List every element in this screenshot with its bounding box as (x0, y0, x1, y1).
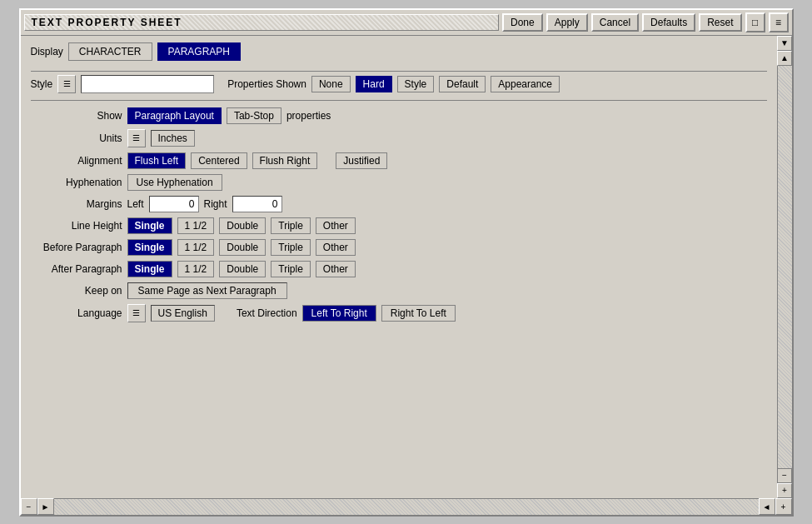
window-menu-button[interactable]: ≡ (769, 12, 789, 32)
left-arrow-icon: ► (42, 502, 50, 512)
divider-1 (31, 71, 767, 72)
lh-single-button[interactable]: Single (127, 217, 172, 234)
scroll-left-minus-button[interactable]: − (21, 498, 37, 515)
after-half-button[interactable]: 1 1/2 (177, 261, 215, 277)
content-area: Display CHARACTER PARAGRAPH Style ☰ Prop… (21, 36, 792, 498)
right-arrow-icon: ◄ (763, 502, 771, 512)
units-menu-icon: ☰ (132, 133, 140, 142)
before-paragraph-label: Before Paragraph (31, 242, 122, 253)
props-appearance-button[interactable]: Appearance (491, 76, 560, 92)
use-hyphenation-button[interactable]: Use Hyphenation (127, 174, 222, 191)
units-menu-button[interactable]: ☰ (127, 129, 146, 147)
title-bar: TEXT PROPERTY SHEET Done Apply Cancel De… (21, 10, 792, 36)
after-single-button[interactable]: Single (127, 261, 172, 277)
down-arrow-icon: ▼ (780, 38, 789, 47)
after-other-button[interactable]: Other (316, 261, 356, 277)
scroll-plus-button[interactable]: + (777, 483, 792, 498)
scroll-down-button[interactable]: ▼ (777, 36, 792, 51)
right-to-left-button[interactable]: Right To Left (381, 305, 456, 322)
lh-other-button[interactable]: Other (316, 217, 356, 234)
left-margin-input[interactable] (149, 196, 199, 212)
lh-triple-button[interactable]: Triple (271, 217, 311, 234)
props-style-button[interactable]: Style (397, 76, 435, 92)
language-value: US English (151, 305, 215, 322)
units-row: Units ☰ Inches (31, 129, 767, 147)
before-half-button[interactable]: 1 1/2 (177, 239, 215, 256)
cancel-button[interactable]: Cancel (591, 13, 639, 32)
window-title: TEXT PROPERTY SHEET (24, 14, 500, 31)
scroll-track[interactable] (778, 66, 792, 468)
after-double-button[interactable]: Double (219, 261, 266, 277)
props-default-button[interactable]: Default (439, 76, 486, 92)
right-margin-label: Right (204, 198, 227, 210)
apply-button[interactable]: Apply (546, 13, 588, 32)
done-button[interactable]: Done (502, 13, 543, 32)
panel-content: Display CHARACTER PARAGRAPH Style ☰ Prop… (21, 36, 777, 498)
keep-on-value: Same Page as Next Paragraph (127, 282, 287, 299)
after-paragraph-row: After Paragraph Single 1 1/2 Double Trip… (31, 261, 767, 277)
before-triple-button[interactable]: Triple (271, 239, 311, 256)
justified-button[interactable]: Justified (336, 152, 387, 169)
scroll-minus-button[interactable]: − (777, 468, 792, 483)
properties-shown-label: Properties Shown (227, 78, 306, 90)
props-none-button[interactable]: None (311, 76, 351, 92)
character-tab[interactable]: CHARACTER (68, 42, 152, 61)
style-label: Style (31, 78, 53, 90)
style-menu-button[interactable]: ☰ (57, 75, 76, 93)
plus-icon: + (782, 486, 787, 495)
keep-on-label: Keep on (31, 285, 122, 297)
bottom-scroll-track[interactable] (54, 499, 759, 515)
paragraph-tab[interactable]: PARAGRAPH (157, 42, 241, 61)
menu-icon: ≡ (775, 17, 781, 28)
lh-double-button[interactable]: Double (219, 217, 266, 234)
left-to-right-button[interactable]: Left To Right (302, 305, 376, 322)
units-label: Units (31, 132, 122, 144)
before-single-button[interactable]: Single (127, 239, 172, 256)
main-window: TEXT PROPERTY SHEET Done Apply Cancel De… (19, 8, 794, 517)
text-direction-label: Text Direction (237, 307, 297, 319)
line-height-label: Line Height (31, 220, 122, 232)
plus-right-icon: + (781, 502, 786, 512)
bottom-scrollbar: − ► ◄ + (21, 498, 792, 515)
minus-icon: − (782, 471, 787, 480)
defaults-button[interactable]: Defaults (642, 13, 695, 32)
scroll-right-button[interactable]: ◄ (759, 498, 775, 515)
style-row: Style ☰ Properties Shown None Hard Style… (31, 75, 767, 101)
restore-icon: □ (752, 17, 758, 28)
scroll-up-button[interactable]: ▲ (777, 51, 792, 66)
tab-stop-button[interactable]: Tab-Stop (227, 107, 281, 124)
alignment-row: Alignment Flush Left Centered Flush Righ… (31, 152, 767, 169)
before-double-button[interactable]: Double (219, 239, 266, 256)
show-row: Show Paragraph Layout Tab-Stop propertie… (31, 107, 767, 124)
reset-button[interactable]: Reset (699, 13, 741, 32)
up-arrow-icon: ▲ (780, 53, 789, 62)
before-paragraph-row: Before Paragraph Single 1 1/2 Double Tri… (31, 239, 767, 256)
flush-left-button[interactable]: Flush Left (127, 152, 187, 169)
centered-button[interactable]: Centered (191, 152, 247, 169)
display-label: Display (31, 46, 63, 57)
language-label: Language (31, 307, 122, 319)
style-input[interactable] (81, 75, 214, 93)
alignment-label: Alignment (31, 155, 122, 167)
lh-half-button[interactable]: 1 1/2 (177, 217, 215, 234)
scroll-left-button[interactable]: ► (37, 498, 54, 515)
hyphenation-row: Hyphenation Use Hyphenation (31, 174, 767, 191)
paragraph-layout-button[interactable]: Paragraph Layout (127, 107, 222, 124)
before-other-button[interactable]: Other (316, 239, 356, 256)
units-value: Inches (151, 130, 195, 147)
margins-row: Margins Left Right (31, 196, 767, 212)
language-row: Language ☰ US English Text Direction Lef… (31, 304, 767, 322)
after-paragraph-label: After Paragraph (31, 263, 122, 275)
display-row: Display CHARACTER PARAGRAPH (31, 42, 767, 61)
flush-right-button[interactable]: Flush Right (252, 152, 318, 169)
language-menu-button[interactable]: ☰ (127, 304, 146, 322)
style-menu-icon: ☰ (63, 79, 71, 88)
left-margin-label: Left (127, 198, 144, 210)
scroll-right-plus-button[interactable]: + (775, 498, 792, 515)
right-scrollbar: ▼ ▲ − + (777, 36, 792, 498)
show-label: Show (31, 110, 122, 122)
right-margin-input[interactable] (232, 196, 282, 212)
window-restore-button[interactable]: □ (745, 12, 765, 32)
props-hard-button[interactable]: Hard (356, 76, 392, 92)
after-triple-button[interactable]: Triple (271, 261, 311, 277)
